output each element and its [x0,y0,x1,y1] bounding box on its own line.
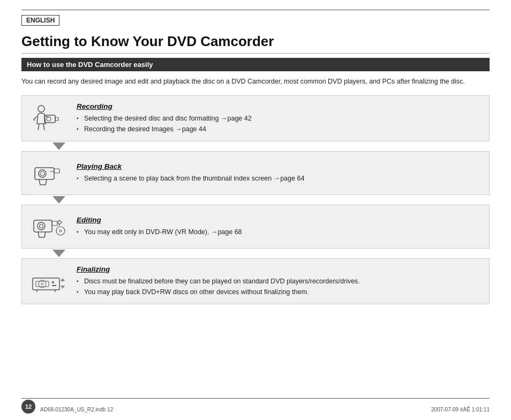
page-number: 12 [21,400,35,414]
list-item: Discs must be finalized before they can … [77,276,482,287]
cards-container: Recording Selecting the desired disc and… [21,95,490,304]
svg-point-14 [40,224,43,228]
card-playing-back-items: Selecting a scene to play back from the … [77,173,482,184]
svg-point-13 [37,222,45,230]
card-editing-body: Editing You may edit only in DVD-RW (VR … [77,216,482,237]
svg-point-7 [39,170,46,177]
card-finalizing-title: Finalizing [77,265,482,273]
card-recording-title: Recording [77,102,482,110]
card-editing: Editing You may edit only in DVD-RW (VR … [21,205,490,249]
intro-text: You can record any desired image and edi… [21,77,490,87]
page: ENGLISH Getting to Know Your DVD Camcord… [0,0,511,420]
svg-line-18 [59,224,59,226]
card-playing-back-title: Playing Back [77,162,482,170]
svg-point-22 [41,283,43,285]
arrow-down-2 [21,196,490,204]
card-playing-back: Playing Back Selecting a scene to play b… [21,151,490,195]
card-recording: Recording Selecting the desired disc and… [21,95,490,141]
svg-line-4 [38,124,39,130]
svg-rect-24 [52,285,56,286]
english-badge: ENGLISH [21,15,59,26]
svg-point-8 [40,171,44,176]
editing-icon [29,212,68,242]
finalizing-icon [29,266,68,296]
bottom-border [21,398,490,399]
svg-rect-9 [54,169,59,173]
arrow-down-3 [21,250,490,257]
footer-left: AD68-01230A_US_R2.indb 12 [40,407,113,412]
arrow-down-1 [21,142,490,150]
svg-rect-10 [35,170,35,177]
svg-line-5 [43,124,44,130]
svg-rect-15 [52,221,57,226]
card-editing-title: Editing [77,216,482,224]
card-finalizing-body: Finalizing Discs must be finalized befor… [77,265,482,297]
playing-back-icon [29,158,68,188]
svg-point-3 [47,117,51,121]
title-rule [21,53,490,54]
list-item: You may play back DVD+RW discs on other … [77,287,482,297]
svg-point-0 [38,106,44,112]
main-title: Getting to Know Your DVD Camcorder [21,33,490,50]
svg-point-23 [52,281,54,283]
list-item: You may edit only in DVD-RW (VR Mode). →… [77,227,482,237]
svg-point-16 [56,227,65,235]
svg-rect-2 [55,117,58,121]
svg-rect-20 [36,281,49,287]
arrow-shape-2 [52,196,65,204]
top-border [21,10,490,10]
card-recording-body: Recording Selecting the desired disc and… [77,102,482,134]
content: ENGLISH Getting to Know Your DVD Camcord… [21,15,490,399]
list-item: Recording the desired Images →page 44 [77,124,482,134]
card-finalizing: Finalizing Discs must be finalized befor… [21,258,490,304]
recording-icon [29,103,68,133]
svg-point-17 [59,230,62,232]
list-item: Selecting the desired disc and disc form… [77,113,482,124]
list-item: Selecting a scene to play back from the … [77,173,482,184]
card-finalizing-items: Discs must be finalized before they can … [77,276,482,297]
card-playing-back-body: Playing Back Selecting a scene to play b… [77,162,482,184]
card-editing-items: You may edit only in DVD-RW (VR Mode). →… [77,227,482,237]
footer-right: 2007-07-09 éÀÊ 1:01:11 [431,407,490,412]
card-recording-items: Selecting the desired disc and disc form… [77,113,482,134]
arrow-shape-3 [52,250,65,257]
arrow-shape-1 [52,142,65,150]
section-header: How to use the DVD Camcorder easily [21,58,490,71]
